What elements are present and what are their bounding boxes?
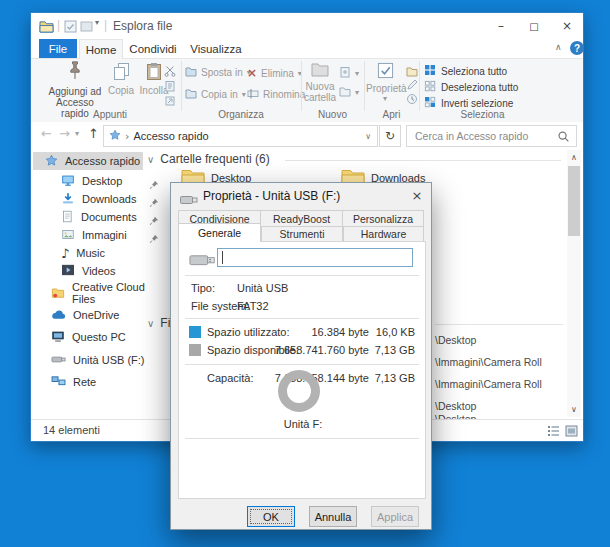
up-button[interactable]: ↑ — [88, 126, 99, 141]
divider — [185, 438, 419, 439]
tab-home[interactable]: Home — [79, 39, 123, 59]
rename-button[interactable]: Rinomina — [247, 88, 305, 101]
sidebar-label: Downloads — [82, 193, 136, 205]
maximize-button[interactable]: □ — [518, 14, 550, 38]
sidebar-item-questo-pc[interactable]: Questo PC — [51, 328, 161, 346]
invert-selection-button[interactable]: Inverti selezione — [424, 96, 513, 110]
pin-icon — [149, 176, 159, 186]
close-button[interactable]: × — [551, 14, 583, 38]
vertical-scrollbar[interactable]: ∧ ∨ — [567, 150, 581, 417]
help-icon[interactable]: ? — [570, 41, 584, 55]
type-label: Tipo: — [191, 282, 215, 294]
recent-file-path[interactable]: \Desktop — [435, 400, 476, 412]
used-space-bytes: 16.384 byte — [259, 326, 369, 338]
sidebar-item-music[interactable]: ♪ Music — [61, 244, 171, 262]
qat-customize-chevron-icon[interactable]: ▾ — [95, 18, 99, 27]
easy-access-button[interactable]: ▾ — [339, 86, 359, 99]
forward-button[interactable]: → — [59, 126, 70, 141]
tab-visualizza[interactable]: Visualizza — [185, 39, 247, 58]
explorer-logo-icon — [39, 19, 54, 37]
recent-file-path[interactable]: \Immagini\Camera Roll — [435, 378, 542, 390]
collapse-ribbon-icon[interactable]: ∧ — [555, 42, 562, 52]
deselect-all-button[interactable]: Deseleziona tutto — [424, 80, 518, 94]
history-icon[interactable] — [406, 91, 418, 109]
usb-drive-icon — [51, 354, 66, 367]
back-button[interactable]: ← — [41, 126, 52, 141]
refresh-button[interactable]: ↻ — [379, 125, 401, 147]
sidebar-item-usb-drive[interactable]: Unità USB (F:) — [51, 351, 161, 369]
sidebar-label: Unità USB (F:) — [73, 354, 145, 366]
volume-label-input[interactable] — [217, 248, 413, 267]
pin-icon — [149, 230, 159, 240]
divider — [185, 364, 419, 365]
easy-access-icon — [339, 86, 351, 99]
group-divider — [301, 61, 302, 111]
new-folder-icon — [311, 63, 329, 80]
sidebar-label: Rete — [73, 376, 96, 388]
delete-button[interactable]: × Elimina ▾ — [247, 66, 302, 80]
copy-to-dropdown-icon: ▾ — [242, 90, 246, 99]
scrollbar-thumb[interactable] — [568, 166, 580, 236]
ok-button[interactable]: OK — [247, 506, 295, 527]
sidebar-label: Questo PC — [72, 331, 126, 343]
copy-to-label: Copia in — [201, 89, 238, 100]
tab-generale[interactable]: Generale — [178, 223, 261, 242]
tab-readyboost[interactable]: ReadyBoost — [260, 210, 343, 226]
free-space-swatch — [189, 344, 201, 356]
cancel-button[interactable]: Annulla — [309, 506, 357, 527]
sidebar-item-onedrive[interactable]: OneDrive — [51, 306, 161, 324]
select-all-button[interactable]: Seleziona tutto — [424, 64, 507, 78]
tab-personalizza[interactable]: Personalizza — [342, 210, 424, 226]
minimize-button[interactable]: – — [485, 14, 517, 38]
sidebar-item-quick-access[interactable]: Accesso rapido — [33, 152, 143, 170]
invert-selection-icon — [424, 96, 436, 110]
qat-newfolder-icon[interactable] — [80, 19, 93, 37]
recent-file-path[interactable]: \Immagini\Camera Roll — [435, 356, 542, 368]
breadcrumb-location[interactable]: Accesso rapido — [133, 130, 208, 142]
tab-condividi[interactable]: Condividi — [123, 39, 183, 58]
scroll-up-icon[interactable]: ∧ — [567, 153, 581, 162]
address-dropdown-icon[interactable]: ∨ — [365, 132, 371, 141]
tab-hardware[interactable]: Hardware — [343, 226, 424, 241]
thumbnail-view-icon[interactable] — [565, 425, 578, 439]
copy-icon — [113, 67, 130, 84]
move-to-button[interactable]: Sposta in ▾ — [185, 66, 251, 79]
breadcrumb-separator: › — [125, 130, 129, 143]
qat-properties-icon[interactable] — [64, 19, 77, 37]
group-label-apri: Apri — [364, 109, 419, 120]
item-count: 14 elementi — [43, 424, 100, 436]
sidebar-item-videos[interactable]: Videos — [61, 262, 171, 280]
scroll-down-icon[interactable]: ∨ — [567, 405, 581, 414]
recent-file-path[interactable]: \Desktop — [435, 334, 476, 346]
divider — [185, 275, 419, 276]
recent-locations-dropdown-icon[interactable]: ▾ — [75, 129, 79, 138]
properties-button[interactable]: Proprietà ▾ — [366, 62, 404, 103]
search-icon[interactable] — [557, 129, 570, 147]
group-divider — [364, 61, 365, 111]
copy-to-button[interactable]: Copia in ▾ — [185, 88, 246, 101]
apply-button: Applica — [371, 506, 419, 527]
dialog-titlebar: Proprietà - Unità USB (F:) × — [171, 183, 431, 207]
sidebar-item-creative-cloud[interactable]: Creative Cloud Files — [51, 284, 161, 302]
copy-button[interactable]: Copia — [105, 62, 137, 96]
list-view-icon[interactable] — [547, 425, 560, 439]
tab-strumenti[interactable]: Strumenti — [261, 226, 343, 241]
drive-letter-label: Unità F: — [179, 418, 427, 430]
new-folder-button[interactable]: Nuova cartella — [303, 62, 337, 103]
sidebar-item-rete[interactable]: Rete — [51, 373, 161, 391]
cloud-icon — [51, 309, 66, 322]
sidebar-label: Music — [76, 247, 105, 259]
frequent-folders-heading[interactable]: ∨ Cartelle frequenti (6) — [147, 152, 270, 166]
new-item-button[interactable]: ▾ — [339, 66, 359, 80]
rename-label: Rinomina — [263, 89, 305, 100]
breadcrumb[interactable]: › Accesso rapido ∨ — [103, 125, 378, 147]
address-bar: ← → ▾ ↑ › Accesso rapido ∨ ↻ — [31, 122, 583, 148]
easy-access-dropdown-icon: ▾ — [355, 88, 359, 97]
sidebar-label: Videos — [82, 265, 115, 277]
tab-file[interactable]: File — [39, 39, 77, 58]
search-input[interactable] — [413, 127, 557, 145]
ribbon-tab-bar: File Home Condividi Visualizza ∧ ? — [31, 39, 583, 58]
dialog-close-button[interactable]: × — [407, 186, 427, 204]
delete-label: Elimina — [261, 68, 294, 79]
capacity-label: Capacità: — [207, 372, 253, 384]
